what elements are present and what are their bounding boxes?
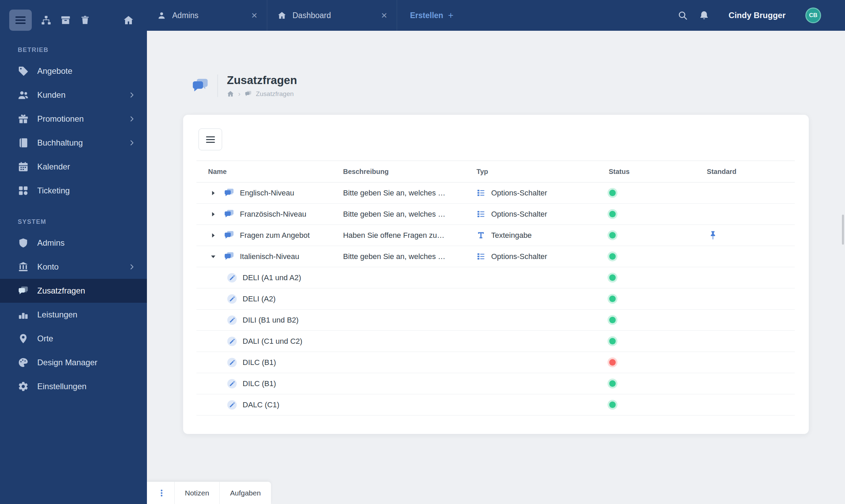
- question-icon: [224, 251, 234, 262]
- tab-label: Dashboard: [292, 11, 331, 20]
- collapse-row-icon[interactable]: [208, 253, 218, 260]
- expand-row-icon[interactable]: [208, 190, 218, 196]
- sidebar-item-label: Kunden: [37, 90, 66, 100]
- sidebar-item-design-manager[interactable]: Design Manager: [0, 351, 147, 374]
- users-icon: [18, 90, 29, 100]
- text-type-icon: [476, 231, 486, 240]
- sidebar-item-angebote[interactable]: Angebote: [0, 59, 147, 83]
- topbar: Admins × Dashboard × Erstellen + Cindy B…: [147, 0, 845, 31]
- status-active-dot: [609, 211, 616, 217]
- sidebar-toggle-button[interactable]: [9, 10, 32, 31]
- pencil-icon: [227, 273, 237, 283]
- table-row-child[interactable]: DELI (A2): [196, 288, 795, 310]
- sidebar-item-kalender[interactable]: Kalender: [0, 155, 147, 179]
- footer-tab-aufgaben[interactable]: Aufgaben: [220, 482, 271, 504]
- sidebar-item-einstellungen[interactable]: Einstellungen: [0, 374, 147, 398]
- question-icon: [224, 209, 234, 219]
- sidebar-item-kunden[interactable]: Kunden: [0, 83, 147, 107]
- sidebar-item-label: Einstellungen: [37, 382, 86, 391]
- column-header-name: Name: [196, 161, 343, 182]
- table-row[interactable]: Englisch-Niveau Bitte geben Sie an, welc…: [196, 182, 795, 204]
- table-row-child[interactable]: DALC (C1): [196, 394, 795, 416]
- home-icon[interactable]: [227, 90, 234, 97]
- table-row-child[interactable]: DILI (B1 und B2): [196, 310, 795, 331]
- scrollbar-thumb[interactable]: [842, 215, 844, 245]
- expand-row-icon[interactable]: [208, 232, 218, 239]
- user-name: Cindy Brugger: [728, 11, 786, 20]
- trash-icon[interactable]: [80, 15, 90, 25]
- breadcrumb-separator: ›: [238, 90, 241, 98]
- row-description: Haben Sie offene Fragen zu…: [343, 225, 476, 246]
- status-active-dot: [609, 253, 616, 260]
- chat-icon: [191, 77, 209, 95]
- bell-icon[interactable]: [699, 10, 709, 21]
- sidebar-item-label: Buchhaltung: [37, 138, 83, 148]
- new-tab-label: Erstellen: [410, 11, 443, 20]
- sitemap-icon[interactable]: [41, 15, 51, 25]
- column-header-status: Status: [609, 161, 707, 182]
- sidebar-item-orte[interactable]: Orte: [0, 327, 147, 351]
- sidebar: BETRIEB Angebote Kunden Promotionen Buch…: [0, 0, 147, 504]
- row-type: Options-Schalter: [491, 189, 547, 197]
- sidebar-item-buchhaltung[interactable]: Buchhaltung: [0, 131, 147, 155]
- row-type: Options-Schalter: [491, 252, 547, 261]
- row-description: Bitte geben Sie an, welches …: [343, 246, 476, 267]
- new-tab-erstellen[interactable]: Erstellen +: [397, 0, 460, 31]
- table-row-child[interactable]: DILC (B1): [196, 373, 795, 394]
- pencil-icon: [227, 357, 237, 368]
- home-icon[interactable]: [123, 15, 134, 26]
- table-row[interactable]: Italienisch-Niveau Bitte geben Sie an, w…: [196, 246, 795, 267]
- row-name: DELI (A1 und A2): [243, 273, 301, 282]
- sidebar-item-konto[interactable]: Konto: [0, 255, 147, 279]
- close-tab-icon[interactable]: ×: [250, 10, 258, 21]
- archive-icon[interactable]: [60, 15, 71, 25]
- tab-dashboard[interactable]: Dashboard ×: [267, 0, 397, 31]
- tab-admins[interactable]: Admins ×: [147, 0, 267, 31]
- status-active-dot: [609, 296, 616, 302]
- status-active-dot: [609, 190, 616, 196]
- question-icon: [224, 230, 234, 241]
- row-type: Texteingabe: [491, 231, 532, 240]
- sidebar-item-leistungen[interactable]: Leistungen: [0, 303, 147, 327]
- content: Zusatzfragen › Zusatzfragen Name: [147, 31, 845, 504]
- sidebar-item-label: Promotionen: [37, 114, 84, 124]
- sidebar-item-promotionen[interactable]: Promotionen: [0, 107, 147, 131]
- sidebar-item-label: Angebote: [37, 66, 72, 76]
- table-menu-button[interactable]: [199, 128, 222, 150]
- bank-icon: [18, 261, 29, 272]
- gear-icon: [18, 381, 29, 392]
- book-icon: [18, 137, 29, 148]
- palette-icon: [18, 357, 29, 368]
- pencil-icon: [227, 315, 237, 325]
- gift-icon: [18, 113, 29, 124]
- table-row[interactable]: Französisch-Niveau Bitte geben Sie an, w…: [196, 204, 795, 225]
- sidebar-item-admins[interactable]: Admins: [0, 231, 147, 255]
- chat-icon: [18, 285, 29, 296]
- header-divider: [217, 74, 218, 97]
- table-row-child[interactable]: DILC (B1): [196, 352, 795, 373]
- close-tab-icon[interactable]: ×: [380, 10, 388, 21]
- table-row-child[interactable]: DELI (A1 und A2): [196, 267, 795, 288]
- expand-row-icon[interactable]: [208, 211, 218, 218]
- search-icon[interactable]: [678, 10, 688, 21]
- table-row[interactable]: Fragen zum Angebot Haben Sie offene Frag…: [196, 225, 795, 246]
- row-name: Französisch-Niveau: [240, 210, 306, 219]
- pencil-icon: [227, 379, 237, 389]
- user-icon: [157, 11, 166, 20]
- options-type-icon: [476, 252, 486, 261]
- avatar[interactable]: CB: [805, 8, 821, 23]
- row-type: Options-Schalter: [491, 210, 547, 219]
- table-row-child[interactable]: DALI (C1 und C2): [196, 331, 795, 352]
- row-name: Italienisch-Niveau: [240, 252, 299, 261]
- sidebar-section-betrieb-label: BETRIEB: [18, 46, 147, 54]
- status-active-dot: [609, 401, 616, 408]
- sidebar-item-ticketing[interactable]: Ticketing: [0, 179, 147, 203]
- footer-menu-button[interactable]: [147, 482, 175, 504]
- footer-tab-notizen[interactable]: Notizen: [175, 482, 220, 504]
- tab-label: Admins: [172, 11, 199, 20]
- sidebar-item-zusatzfragen[interactable]: Zusatzfragen: [0, 279, 147, 303]
- table-header-row: Name Beschreibung Typ Status Standard: [196, 161, 795, 182]
- sidebar-item-label: Leistungen: [37, 310, 77, 319]
- status-active-dot: [609, 274, 616, 281]
- grid-icon: [18, 185, 29, 196]
